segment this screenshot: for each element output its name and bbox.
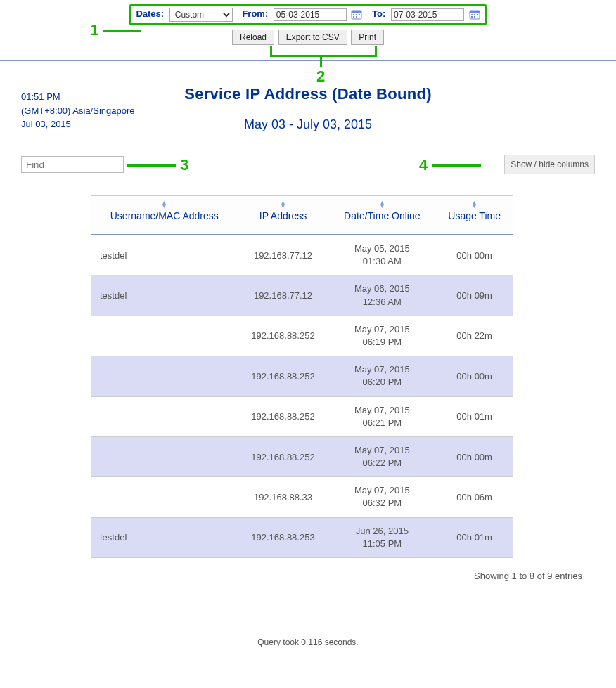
col-label: Username/MAC Address xyxy=(110,210,219,221)
cell-ip: 192.168.88.252 xyxy=(238,316,329,356)
print-button[interactable]: Print xyxy=(351,30,384,45)
cell-ip: 192.168.77.12 xyxy=(238,235,329,275)
cell-user xyxy=(91,396,238,436)
annotation-line xyxy=(127,164,176,167)
search-input[interactable] xyxy=(21,156,124,173)
svg-rect-6 xyxy=(356,16,357,18)
cell-usage: 00h 00m xyxy=(435,436,513,476)
cell-usage: 00h 00m xyxy=(435,235,513,275)
col-datetime[interactable]: ▴▾Date/Time Online xyxy=(328,196,435,235)
to-date-input[interactable] xyxy=(391,8,464,21)
col-ip[interactable]: ▴▾IP Address xyxy=(238,196,329,235)
svg-rect-3 xyxy=(356,14,357,15)
sort-icon: ▴▾ xyxy=(162,200,166,207)
cell-datetime: May 07, 201506:21 PM xyxy=(328,396,435,436)
cell-datetime: May 06, 201512:36 AM xyxy=(328,275,435,316)
table-row: testdel192.168.88.253Jun 26, 201511:05 P… xyxy=(91,517,513,557)
svg-rect-9 xyxy=(471,14,473,15)
annotation-line xyxy=(320,55,322,67)
table-row: testdel192.168.77.12May 06, 201512:36 AM… xyxy=(91,275,513,316)
cell-ip: 192.168.88.252 xyxy=(238,356,329,396)
table-row: 192.168.88.33May 07, 201506:32 PM00h 06m xyxy=(91,477,513,517)
cell-user: testdel xyxy=(91,275,238,316)
date-label: Jul 03, 2015 xyxy=(21,117,135,131)
results-table: ▴▾Username/MAC Address ▴▾IP Address ▴▾Da… xyxy=(91,195,513,558)
time-label: 01:51 PM xyxy=(21,90,135,104)
cell-ip: 192.168.88.253 xyxy=(238,517,329,557)
col-usage[interactable]: ▴▾Usage Time xyxy=(435,196,513,235)
cell-ip: 192.168.88.252 xyxy=(238,436,329,476)
svg-rect-11 xyxy=(477,14,478,15)
from-label: From: xyxy=(242,8,268,19)
calendar-icon[interactable] xyxy=(469,9,480,20)
svg-rect-8 xyxy=(470,11,480,13)
annotation-line xyxy=(432,164,481,167)
sort-icon: ▴▾ xyxy=(473,200,476,207)
dates-label: Dates: xyxy=(136,8,164,19)
cell-usage: 00h 06m xyxy=(435,477,513,517)
calendar-icon[interactable] xyxy=(351,9,362,20)
showing-entries: Showing 1 to 8 of 9 entries xyxy=(0,571,582,581)
cell-user xyxy=(91,356,238,396)
cell-usage: 00h 22m xyxy=(435,316,513,356)
timestamp-block: 01:51 PM (GMT+8:00) Asia/Singapore Jul 0… xyxy=(21,90,135,131)
cell-datetime: May 07, 201506:22 PM xyxy=(328,436,435,476)
svg-rect-5 xyxy=(353,16,354,18)
cell-usage: 00h 00m xyxy=(435,356,513,396)
annotation-2: 2 xyxy=(316,67,325,86)
col-label: Date/Time Online xyxy=(344,210,420,221)
table-row: 192.168.88.252May 07, 201506:19 PM00h 22… xyxy=(91,316,513,356)
svg-rect-1 xyxy=(352,11,361,13)
svg-rect-4 xyxy=(359,14,360,15)
sort-icon: ▴▾ xyxy=(380,200,384,207)
cell-datetime: May 05, 201501:30 AM xyxy=(328,235,435,275)
from-date-input[interactable] xyxy=(274,8,347,21)
to-label: To: xyxy=(372,8,385,19)
cell-user xyxy=(91,477,238,517)
cell-ip: 192.168.88.252 xyxy=(238,396,329,436)
annotation-3: 3 xyxy=(180,156,188,174)
cell-usage: 00h 01m xyxy=(435,517,513,557)
cell-user xyxy=(91,436,238,476)
table-row: 192.168.88.252May 07, 201506:21 PM00h 01… xyxy=(91,396,513,436)
export-csv-button[interactable]: Export to CSV xyxy=(278,30,347,45)
cell-user: testdel xyxy=(91,517,238,557)
svg-rect-13 xyxy=(474,16,475,18)
show-hide-columns-button[interactable]: Show / hide columns xyxy=(504,155,595,174)
cell-user: testdel xyxy=(91,235,238,275)
cell-datetime: May 07, 201506:19 PM xyxy=(328,316,435,356)
cell-user xyxy=(91,316,238,356)
reload-button[interactable]: Reload xyxy=(232,30,274,45)
svg-rect-12 xyxy=(471,16,473,18)
col-label: IP Address xyxy=(259,210,307,221)
col-username[interactable]: ▴▾Username/MAC Address xyxy=(91,196,238,235)
separator xyxy=(0,60,616,61)
timezone-label: (GMT+8:00) Asia/Singapore xyxy=(21,104,135,118)
cell-datetime: May 07, 201506:32 PM xyxy=(328,477,435,517)
svg-rect-2 xyxy=(353,14,354,15)
cell-usage: 00h 01m xyxy=(435,396,513,436)
table-row: 192.168.88.252May 07, 201506:22 PM00h 00… xyxy=(91,436,513,476)
annotation-4: 4 xyxy=(419,156,428,174)
cell-ip: 192.168.77.12 xyxy=(238,275,329,316)
table-row: 192.168.88.252May 07, 201506:20 PM00h 00… xyxy=(91,356,513,396)
cell-ip: 192.168.88.33 xyxy=(238,477,329,517)
dates-select[interactable]: Custom xyxy=(169,8,233,22)
col-label: Usage Time xyxy=(448,210,501,221)
cell-usage: 00h 09m xyxy=(435,275,513,316)
table-row: testdel192.168.77.12May 05, 201501:30 AM… xyxy=(91,235,513,275)
date-filter-box: Dates: Custom From: To: xyxy=(129,4,486,25)
sort-icon: ▴▾ xyxy=(281,200,285,207)
svg-rect-10 xyxy=(474,14,475,15)
query-time: Query took 0.116 seconds. xyxy=(0,637,616,647)
cell-datetime: Jun 26, 201511:05 PM xyxy=(328,517,435,557)
annotation-bracket xyxy=(270,46,377,57)
cell-datetime: May 07, 201506:20 PM xyxy=(328,356,435,396)
